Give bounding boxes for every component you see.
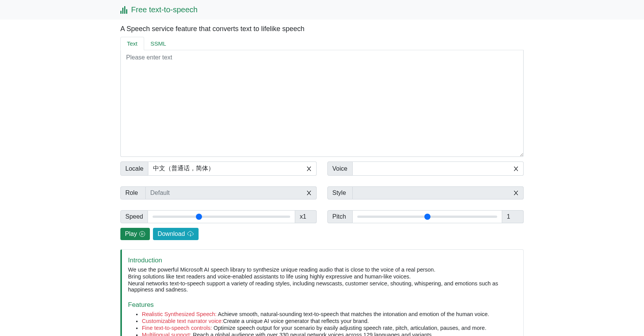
- brand-title: Free text-to-speech: [131, 5, 197, 14]
- feature-text: Optimize speech output for your scenario…: [212, 325, 486, 331]
- locale-label: Locale: [120, 161, 148, 176]
- download-button-label: Download: [158, 231, 185, 237]
- download-button[interactable]: Download: [153, 228, 199, 240]
- svg-point-0: [140, 231, 145, 237]
- feature-text: Achieve smooth, natural-sounding text-to…: [217, 311, 489, 317]
- locale-select[interactable]: 中文（普通话，简体）: [148, 161, 317, 176]
- feature-label: Customizable text narrator voice:: [142, 318, 223, 324]
- pitch-label: Pitch: [327, 210, 353, 223]
- style-select[interactable]: [353, 186, 524, 199]
- voice-select[interactable]: [353, 161, 524, 176]
- brand[interactable]: Free text-to-speech: [120, 5, 524, 14]
- feature-label: Realistic Synthesized Speech:: [142, 311, 217, 317]
- pitch-display: 1: [502, 210, 524, 223]
- role-group: Role Default: [120, 186, 317, 199]
- features-list: Realistic Synthesized Speech: Achieve sm…: [128, 311, 516, 336]
- pitch-group: Pitch 1: [327, 210, 524, 223]
- role-value: Default: [150, 189, 170, 196]
- info-card: Introduction We use the powerful Microso…: [120, 249, 524, 336]
- speed-group: Speed x1: [120, 210, 317, 223]
- voice-label: Voice: [327, 161, 353, 176]
- style-group: Style: [327, 186, 524, 199]
- tab-text[interactable]: Text: [120, 37, 144, 50]
- intro-paragraph-1: We use the powerful Microsoft AI speech …: [128, 267, 516, 273]
- locale-group: Locale 中文（普通话，简体）: [120, 161, 317, 176]
- play-circle-icon: [139, 231, 145, 237]
- feature-label: Fine text-to-speech controls:: [142, 325, 212, 331]
- role-label: Role: [120, 186, 146, 199]
- audio-bars-icon: [120, 6, 127, 14]
- intro-paragraph-2: Bring solutions like text readers and vo…: [128, 273, 516, 280]
- pitch-slider[interactable]: [357, 216, 497, 218]
- feature-text: Reach a global audience with over 330 ne…: [191, 332, 433, 336]
- intro-heading: Introduction: [128, 257, 516, 264]
- speed-slider[interactable]: [153, 216, 290, 218]
- cloud-download-icon: [187, 231, 194, 237]
- text-input[interactable]: [120, 50, 524, 157]
- play-button-label: Play: [125, 231, 137, 237]
- features-heading: Features: [128, 301, 516, 309]
- tab-ssml[interactable]: SSML: [144, 37, 173, 50]
- speed-display: x1: [295, 210, 317, 223]
- input-mode-tabs: Text SSML: [120, 37, 524, 50]
- style-label: Style: [327, 186, 353, 199]
- role-select[interactable]: Default: [146, 186, 317, 199]
- list-item: Customizable text narrator voice:Create …: [142, 318, 516, 324]
- locale-value: 中文（普通话，简体）: [153, 165, 214, 173]
- list-item: Realistic Synthesized Speech: Achieve sm…: [142, 311, 516, 317]
- intro-paragraph-3: Neural networks text-to-speech support a…: [128, 280, 516, 293]
- feature-label: Multilingual support:: [142, 332, 191, 336]
- page-subtitle: A Speech service feature that converts t…: [120, 25, 524, 33]
- feature-text: Create a unique AI voice generator that …: [223, 318, 369, 324]
- speed-label: Speed: [120, 210, 148, 223]
- list-item: Fine text-to-speech controls: Optimize s…: [142, 325, 516, 331]
- voice-group: Voice: [327, 161, 524, 176]
- list-item: Multilingual support: Reach a global aud…: [142, 332, 516, 336]
- play-button[interactable]: Play: [120, 228, 150, 240]
